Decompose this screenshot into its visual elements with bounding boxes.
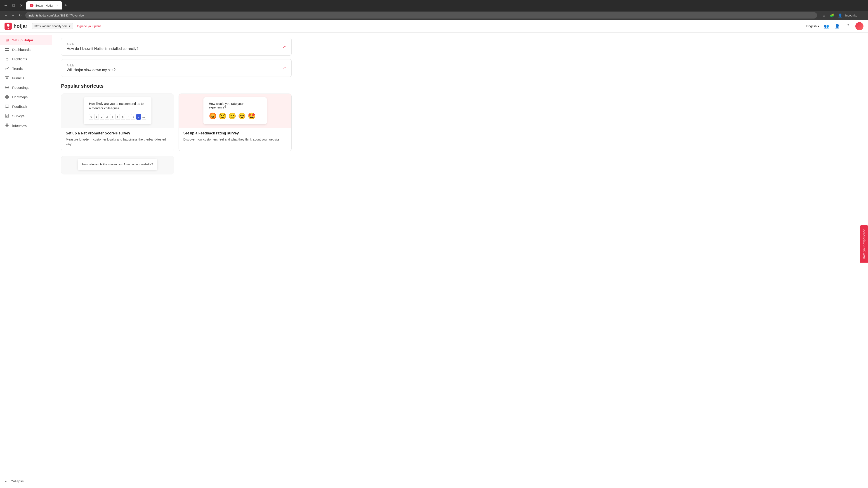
menu-btn[interactable]: ⋮: [859, 12, 865, 19]
nps-card-info: Set up a Net Promoter Score® survey Meas…: [61, 128, 174, 151]
user-avatar[interactable]: [855, 22, 864, 30]
back-btn[interactable]: ←: [3, 12, 9, 19]
new-tab-btn[interactable]: +: [62, 2, 69, 8]
shortcuts-section-title: Popular shortcuts: [61, 83, 291, 89]
sidebar-item-trends[interactable]: Trends: [0, 64, 52, 73]
nps-card-title: Set up a Net Promoter Score® survey: [66, 131, 169, 135]
browser-nav-buttons: ─ □ ✕: [3, 2, 24, 8]
nps-card-desc: Measure long-term customer loyalty and h…: [66, 137, 169, 147]
emoji-happy[interactable]: 😊: [238, 112, 246, 120]
sidebar-item-surveys[interactable]: Surveys: [0, 111, 52, 121]
article-card-0-label: Article: [67, 43, 138, 46]
address-bar-row: ← → ↻ insights.hotjar.com/sites/3818347/…: [0, 11, 868, 20]
feedback-card-info: Set up a Feedback rating survey Discover…: [179, 128, 291, 147]
collapse-label: Collapse: [11, 479, 24, 483]
sidebar-item-recordings-label: Recordings: [12, 86, 29, 90]
site-selector[interactable]: https://admin.shopify.com ▾: [32, 23, 73, 29]
article-card-1-title: Will Hotjar slow down my site?: [67, 68, 116, 72]
nps-num-5[interactable]: 5: [115, 114, 120, 120]
shortcut-card-feedback[interactable]: How would you rate your experience? 😡 😟 …: [179, 94, 291, 151]
emoji-sad[interactable]: 😟: [219, 112, 226, 120]
window-maximize-btn[interactable]: □: [10, 2, 17, 8]
nps-num-3[interactable]: 3: [105, 114, 109, 120]
feedback-card-desc: Discover how customers feel and what the…: [183, 137, 287, 142]
trends-icon: [4, 66, 9, 71]
collapse-btn[interactable]: ← Collapse: [0, 477, 52, 485]
sidebar-item-highlights[interactable]: ◇ Highlights: [0, 54, 52, 64]
article-card-0-content: Article How do I know if Hotjar is insta…: [67, 43, 138, 51]
nps-num-10[interactable]: 10: [142, 114, 146, 120]
sidebar: ⊞ Set up Hotjar Dashboards ◇ Highlights …: [0, 33, 52, 488]
shortcut-card-relevance[interactable]: How relevant is the content you found on…: [61, 156, 174, 174]
reload-btn[interactable]: ↻: [17, 12, 24, 19]
feedback-tab-vertical[interactable]: Rate your experience: [860, 225, 868, 263]
relevance-widget: How relevant is the content you found on…: [78, 159, 158, 170]
sidebar-item-interviews[interactable]: Interviews: [0, 121, 52, 130]
address-bar[interactable]: insights.hotjar.com/sites/3818347/overvi…: [25, 12, 817, 19]
setup-icon: ⊞: [4, 37, 9, 42]
sidebar-item-dashboards-label: Dashboards: [12, 48, 31, 52]
help-btn[interactable]: ?: [844, 23, 852, 30]
interviews-icon: [4, 123, 9, 128]
feedback-preview: How would you rate your experience? 😡 😟 …: [179, 94, 291, 128]
nps-num-7[interactable]: 7: [126, 114, 130, 120]
shortcuts-grid: How likely are you to recommend us to a …: [61, 94, 291, 151]
article-card-1-content: Article Will Hotjar slow down my site?: [67, 64, 116, 72]
sidebar-item-funnels[interactable]: Funnels: [0, 73, 52, 83]
article-card-1-label: Article: [67, 64, 116, 67]
sidebar-item-dashboards[interactable]: Dashboards: [0, 45, 52, 54]
app-header: hotjar https://admin.shopify.com ▾ Upgra…: [0, 20, 868, 33]
nps-num-9[interactable]: 9: [136, 114, 141, 120]
nps-num-0[interactable]: 0: [89, 114, 93, 120]
active-tab[interactable]: H Setup - Hotjar ✕: [26, 1, 62, 9]
article-card-1[interactable]: Article Will Hotjar slow down my site? ↗: [61, 59, 291, 77]
emoji-angry[interactable]: 😡: [209, 112, 217, 120]
emoji-neutral[interactable]: 😐: [228, 112, 236, 120]
nps-num-2[interactable]: 2: [100, 114, 104, 120]
sidebar-bottom: ← Collapse: [0, 475, 52, 485]
nps-num-4[interactable]: 4: [110, 114, 114, 120]
nps-num-6[interactable]: 6: [121, 114, 125, 120]
shortcut-card-nps[interactable]: How likely are you to recommend us to a …: [61, 94, 174, 151]
bookmark-btn[interactable]: ☆: [821, 12, 827, 19]
nps-preview: How likely are you to recommend us to a …: [61, 94, 174, 128]
upgrade-link[interactable]: Upgrade your plans: [76, 24, 101, 28]
svg-rect-5: [7, 50, 9, 51]
hotjar-logo-icon: [4, 23, 12, 30]
window-close-btn[interactable]: ✕: [18, 2, 24, 8]
svg-rect-2: [5, 48, 7, 49]
lang-arrow-icon: ▾: [817, 24, 819, 28]
lang-label: English: [806, 24, 817, 28]
sidebar-item-heatmaps[interactable]: Heatmaps: [0, 92, 52, 102]
incognito-label: Incognito: [845, 14, 857, 17]
sidebar-item-recordings[interactable]: Recordings: [0, 83, 52, 92]
nps-widget: How likely are you to recommend us to a …: [84, 97, 151, 124]
sidebar-item-interviews-label: Interviews: [12, 124, 28, 127]
add-user-btn[interactable]: 👥: [823, 23, 830, 30]
extensions-btn[interactable]: 🧩: [829, 12, 835, 19]
tab-close-btn[interactable]: ✕: [55, 4, 59, 7]
emoji-love[interactable]: 🤩: [248, 112, 256, 120]
window-minimize-btn[interactable]: ─: [3, 2, 9, 8]
lang-selector[interactable]: English ▾: [806, 24, 819, 28]
svg-rect-15: [6, 124, 8, 126]
profile-btn[interactable]: 👤: [837, 12, 843, 19]
highlights-icon: ◇: [4, 57, 9, 61]
user-settings-btn[interactable]: 👤: [834, 23, 841, 30]
tab-title: Setup - Hotjar: [35, 4, 53, 7]
relevance-preview: How relevant is the content you found on…: [61, 156, 174, 174]
sidebar-item-heatmaps-label: Heatmaps: [12, 95, 28, 99]
svg-point-8: [5, 95, 8, 98]
article-card-0[interactable]: Article How do I know if Hotjar is insta…: [61, 38, 291, 56]
tabs-bar: H Setup - Hotjar ✕ +: [26, 1, 69, 9]
url-text: insights.hotjar.com/sites/3818347/overvi…: [29, 14, 84, 17]
sidebar-item-feedback[interactable]: Feedback: [0, 102, 52, 111]
forward-btn[interactable]: →: [10, 12, 16, 19]
sidebar-item-feedback-label: Feedback: [12, 105, 27, 108]
svg-point-7: [6, 87, 8, 88]
sidebar-item-setup[interactable]: ⊞ Set up Hotjar: [0, 35, 52, 45]
feedback-icon: [4, 104, 9, 109]
sidebar-item-highlights-label: Highlights: [12, 57, 27, 61]
nps-num-8[interactable]: 8: [131, 114, 135, 120]
nps-num-1[interactable]: 1: [94, 114, 98, 120]
